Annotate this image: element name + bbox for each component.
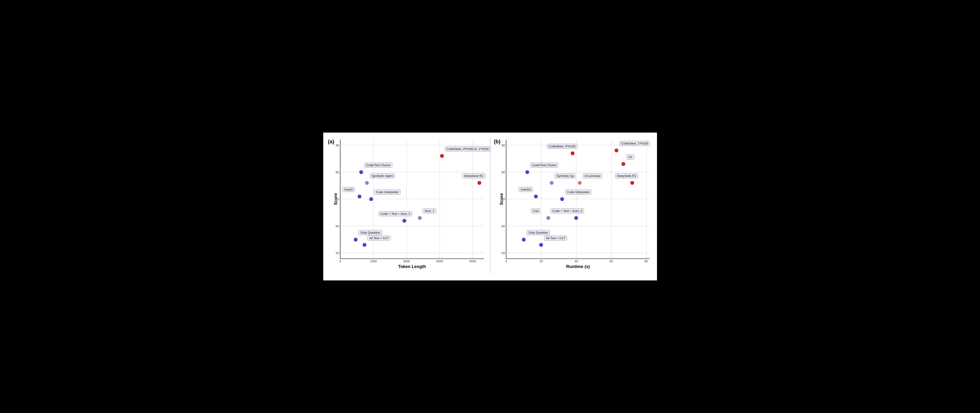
data-label: All Text + CoT	[544, 236, 567, 241]
data-label: Code + Text + Sum. 2	[379, 211, 412, 216]
data-label: Code + Text + Sum. 2	[550, 209, 584, 214]
data-point	[622, 162, 625, 166]
main-container: (a) Score Token Length 50607080900150030…	[323, 132, 657, 281]
data-point	[614, 148, 618, 152]
data-point	[539, 243, 543, 247]
data-point	[550, 181, 554, 185]
data-label: CodeSteer, 4*H100	[547, 144, 578, 149]
data-point	[534, 195, 538, 198]
data-point	[359, 170, 363, 174]
chart-panel-a: (a) Score Token Length 50607080900150030…	[326, 137, 489, 273]
data-label: AutoG	[342, 187, 355, 192]
data-point	[546, 216, 550, 220]
data-label: Code Interpreter	[565, 190, 592, 195]
chart-panel-b: (b) Score Runtime (s) 506070809002040608…	[492, 137, 655, 273]
data-point	[418, 216, 422, 220]
data-label: Symbolic Ag	[554, 173, 576, 179]
data-label: Only Question	[527, 230, 550, 235]
data-label: Sum. 1	[423, 209, 436, 214]
data-label: AutoGe	[519, 187, 533, 192]
data-point	[574, 216, 578, 220]
data-point	[369, 197, 373, 201]
chart-divider	[490, 137, 490, 273]
data-point	[354, 238, 358, 242]
data-point	[440, 154, 444, 158]
data-point	[571, 151, 574, 155]
data-point	[365, 181, 369, 185]
data-point	[358, 195, 361, 198]
data-label: Only Question	[358, 230, 382, 235]
panel-label-a: (a)	[328, 139, 334, 145]
data-label: O1-preview	[582, 173, 602, 179]
data-point	[477, 181, 481, 185]
data-label: CodeSteer, 4*H100 er, 1*H100	[445, 147, 491, 151]
data-label: Code Interpreter	[374, 190, 401, 195]
data-label: Cod	[531, 209, 541, 214]
data-point	[630, 181, 634, 185]
chart-area-a: Score Token Length 506070809001500300045…	[340, 140, 484, 259]
data-label: O1	[626, 155, 634, 159]
data-point	[402, 219, 406, 223]
x-axis-label-b: Runtime (s)	[566, 264, 590, 269]
data-point	[525, 170, 529, 174]
data-label: CodeSteer, 1*H100	[619, 141, 650, 146]
data-label: Code/Text Choice	[530, 163, 558, 167]
data-label: All Text + CoT	[368, 236, 390, 241]
x-axis-label-a: Token Length	[398, 264, 426, 269]
data-label: DeepSeek R1	[615, 173, 638, 179]
chart-area-b: Score Runtime (s) 5060708090020406080Cod…	[506, 140, 650, 259]
data-point	[522, 238, 526, 242]
data-label: Code/Text Choice	[364, 163, 393, 167]
data-point	[363, 243, 366, 247]
data-point	[578, 181, 582, 185]
panel-label-b: (b)	[494, 139, 501, 145]
data-label: DeepSeek R1	[462, 173, 485, 179]
data-point	[560, 197, 564, 201]
